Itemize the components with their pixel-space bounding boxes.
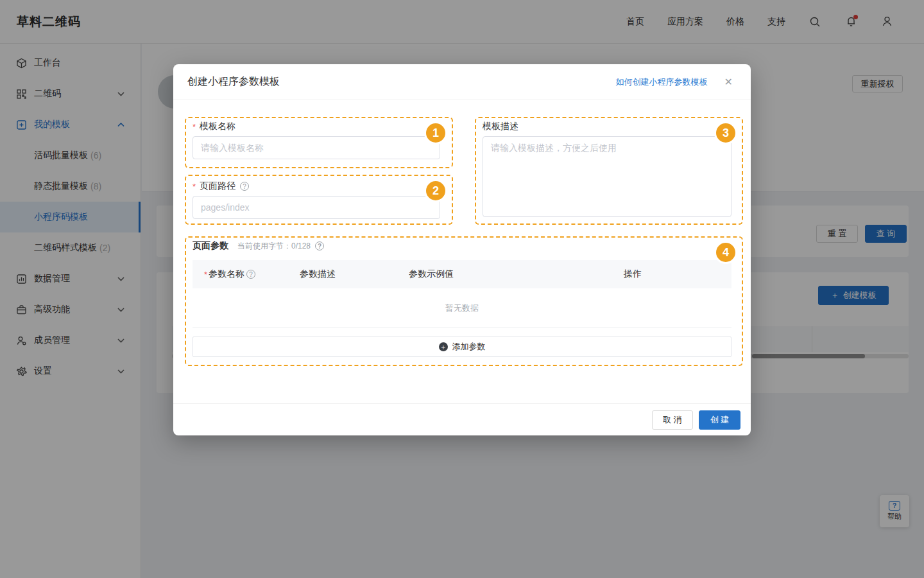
create-template-modal: 创建小程序参数模板 如何创建小程序参数模板 ✕ * 模板名称 * 页面路径 ? …: [173, 64, 751, 435]
add-parameter-button[interactable]: ＋ 添加参数: [193, 337, 732, 357]
how-to-create-link[interactable]: 如何创建小程序参数模板: [616, 76, 708, 88]
params-table-header: * 参数名称 ? 参数描述 参数示例值 操作: [193, 260, 732, 288]
cancel-button[interactable]: 取 消: [652, 410, 693, 430]
param-name-column: * 参数名称 ?: [193, 268, 300, 280]
question-circle-icon[interactable]: ?: [315, 241, 324, 250]
required-asterisk: *: [204, 270, 207, 279]
plus-circle-icon: ＋: [439, 342, 448, 351]
create-button[interactable]: 创 建: [699, 410, 740, 430]
required-asterisk: *: [193, 122, 196, 132]
question-circle-icon[interactable]: ?: [240, 182, 249, 191]
close-icon[interactable]: ✕: [724, 77, 733, 87]
template-name-label: * 模板名称: [193, 121, 235, 132]
empty-state: 暂无数据: [193, 288, 732, 328]
page-path-input[interactable]: [193, 196, 440, 219]
page-params-label: 页面参数 当前使用字节：0/128 ?: [193, 240, 324, 252]
template-desc-label: 模板描述: [483, 121, 518, 132]
modal-footer: 取 消 创 建: [173, 403, 751, 435]
param-actions-column: 操作: [624, 268, 642, 280]
param-example-column: 参数示例值: [409, 268, 624, 280]
modal-title: 创建小程序参数模板: [187, 75, 280, 89]
param-desc-column: 参数描述: [300, 268, 409, 280]
bytes-usage-hint: 当前使用字节：0/128: [237, 241, 311, 252]
required-asterisk: *: [193, 182, 196, 191]
question-circle-icon[interactable]: ?: [246, 270, 255, 279]
template-desc-textarea[interactable]: [483, 136, 732, 217]
modal-header: 创建小程序参数模板 如何创建小程序参数模板 ✕: [173, 64, 751, 100]
template-name-input[interactable]: [193, 136, 440, 159]
page-path-label: * 页面路径 ?: [193, 180, 249, 192]
